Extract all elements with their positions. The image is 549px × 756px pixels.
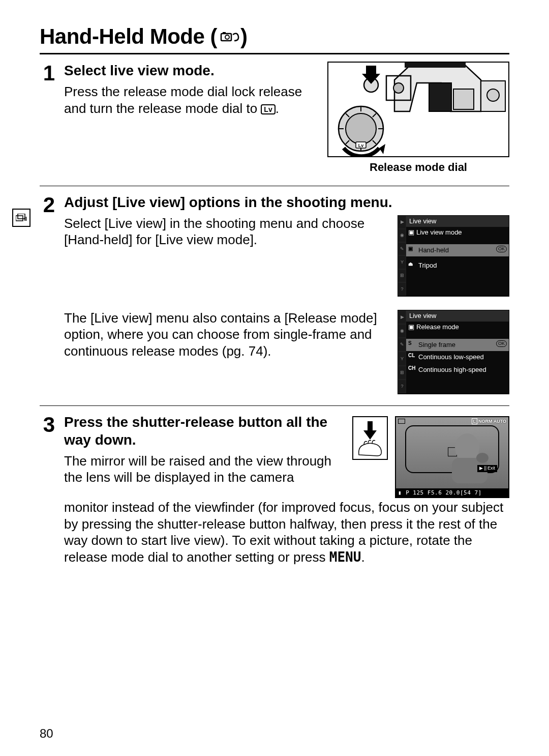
hand-icon <box>357 440 383 457</box>
svg-text:Lv: Lv <box>358 143 364 148</box>
svg-marker-27 <box>363 430 377 440</box>
menu-tab-icon: ✎ <box>398 338 406 352</box>
hand-held-icon <box>220 25 240 50</box>
step1-heading: Select live view mode. <box>64 62 315 79</box>
page-title: Hand-Held Mode () <box>40 24 509 54</box>
dial-caption: Release mode dial <box>327 160 509 175</box>
arrow-down-icon <box>363 421 377 440</box>
svg-point-2 <box>225 35 229 39</box>
svg-rect-31 <box>16 216 23 221</box>
menu-title: Live view <box>406 216 509 227</box>
svg-rect-18 <box>405 63 466 68</box>
title-close: ) <box>240 24 248 48</box>
step-number: 1 <box>40 63 55 84</box>
step-number: 3 <box>40 414 55 435</box>
step3-heading: Press the shutter-release button all the… <box>64 413 342 449</box>
tripod-icon: ⏏ <box>408 261 413 268</box>
menu-tab-icon: ▶ <box>398 216 406 229</box>
lv-icon: Lv <box>261 104 275 115</box>
step-number: 2 <box>40 194 55 216</box>
exit-hint: ▶||Exit <box>477 465 497 472</box>
svg-point-28 <box>455 433 479 462</box>
step-3: 3 Press the shutter-release button all t… <box>40 405 509 566</box>
menu-tab-icon: ⊞ <box>398 269 406 282</box>
menu-live-view-mode: ▶ ◉ ✎ Y ⊞ ? Live view ▣ Live view mode <box>398 215 509 297</box>
menu-option-selected: S Single frame OK <box>406 339 509 351</box>
svg-rect-32 <box>18 214 25 219</box>
menu-option: CL Continuous low-speed <box>406 351 509 363</box>
svg-rect-1 <box>223 32 226 34</box>
live-view-preview: LNORM AUTO ▶||Exit <box>395 416 509 499</box>
menu-tab-icon: ? <box>398 282 406 296</box>
svg-point-25 <box>487 89 499 101</box>
step2-para1: Select [Live view] in the shooting menu … <box>64 215 385 248</box>
release-mode-dial-illustration: Lv <box>327 62 509 157</box>
svg-rect-5 <box>453 89 474 109</box>
svg-point-7 <box>346 113 376 144</box>
hand-held-icon: ▣ <box>408 246 413 252</box>
camera-icon: ▣ <box>408 323 414 331</box>
menu-release-mode: ▶ ◉ ✎ Y ⊞ ? Live view ▣ Release mode <box>398 310 509 394</box>
step-2: 2 Adjust [Live view] options in the shoo… <box>40 186 509 394</box>
svg-point-21 <box>393 83 404 93</box>
menu-tab-icon: ◉ <box>398 229 406 242</box>
ok-badge: OK <box>496 340 507 347</box>
title-text: Hand-Held Mode ( <box>40 24 217 48</box>
subject-illustration <box>396 417 508 488</box>
battery-icon: ▮ <box>398 489 402 497</box>
section-burst-icon <box>12 209 30 227</box>
svg-rect-26 <box>368 421 373 430</box>
menu-tab-icon: ◉ <box>398 324 406 338</box>
step2-heading: Adjust [Live view] options in the shooti… <box>64 193 509 211</box>
menu-button-label: MENU <box>329 549 361 565</box>
menu-subtitle: ▣ Live view mode <box>406 227 509 238</box>
camera-icon: ▣ <box>408 228 414 237</box>
menu-title: Live view <box>406 310 509 322</box>
menu-tab-icon: ✎ <box>398 242 406 255</box>
step3-para-a: The mirror will be raised and the view t… <box>64 453 331 485</box>
ok-badge: OK <box>496 246 507 252</box>
step2-para2: The [Live view] menu also contains a [Re… <box>64 310 385 360</box>
step1-body: Press the release mode dial lock release… <box>64 83 315 117</box>
menu-tab-icon: ? <box>398 380 406 393</box>
step-1: 1 Select live view mode. Press the relea… <box>40 62 509 175</box>
step3-para-b: monitor instead of the viewfinder (for i… <box>64 499 509 565</box>
menu-tab-icon: ▶ <box>398 310 406 324</box>
menu-tab-icon: Y <box>398 352 406 365</box>
menu-tab-icon: Y <box>398 255 406 269</box>
page-number: 80 <box>40 726 53 741</box>
svg-rect-4 <box>429 83 451 111</box>
svg-point-30 <box>476 453 489 463</box>
menu-tab-icon: ⊞ <box>398 366 406 380</box>
menu-option-selected: ▣ Hand-held OK <box>406 244 509 256</box>
menu-option: ⏏ Tripod <box>406 259 509 272</box>
menu-option: CH Continuous high-speed <box>406 364 509 376</box>
menu-subtitle: ▣ Release mode <box>406 322 509 333</box>
exposure-info-bar: ▮ P 125 F5.6 20.0[54 7] <box>396 488 508 498</box>
shutter-press-illustration <box>352 416 388 460</box>
